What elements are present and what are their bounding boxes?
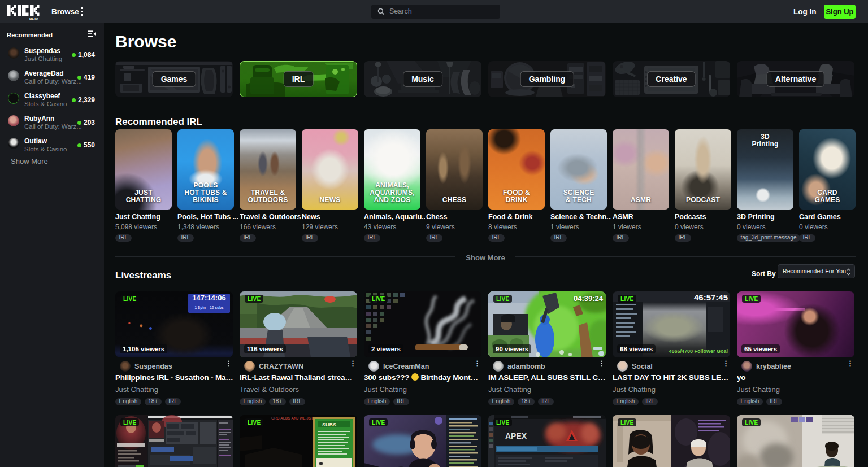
svg-text:SUBS: SUBS <box>322 422 336 427</box>
svg-text:BETA: BETA <box>29 17 39 20</box>
svg-text:APEX: APEX <box>505 431 527 440</box>
